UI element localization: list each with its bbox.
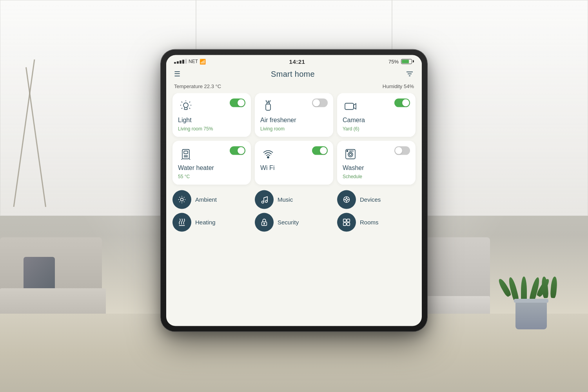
svg-point-22 <box>348 152 353 157</box>
toggle-thumb-camera <box>402 99 409 106</box>
plant <box>506 276 557 329</box>
air-freshener-icon <box>260 98 276 114</box>
device-sub-water-heater: 55 °C <box>178 173 245 179</box>
device-name-washer: Washer <box>343 164 410 171</box>
card-header-air-freshener <box>260 98 328 114</box>
action-ambient[interactable]: Ambient <box>172 190 251 209</box>
svg-marker-13 <box>354 103 356 109</box>
signal-dot-3 <box>180 61 181 64</box>
device-card-light[interactable]: Light Living room 75% <box>172 93 251 137</box>
signal-dot-5 <box>185 59 187 64</box>
wifi-status-icon: 📶 <box>200 58 206 64</box>
card-header-camera <box>343 98 410 114</box>
svg-point-24 <box>347 150 348 152</box>
device-name-water-heater: Water heater <box>178 164 245 171</box>
toggle-wifi[interactable] <box>312 146 328 155</box>
device-card-camera[interactable]: Camera Yard (6) <box>337 93 416 137</box>
action-rooms[interactable]: Rooms <box>337 213 416 231</box>
svg-point-36 <box>265 200 268 202</box>
signal-strength <box>174 59 187 64</box>
device-name-camera: Camera <box>343 116 410 123</box>
svg-rect-11 <box>266 104 270 110</box>
toggle-thumb-air-freshener <box>313 99 320 106</box>
device-card-air-freshener[interactable]: Air freshener Living room <box>255 93 333 137</box>
svg-point-46 <box>264 223 265 224</box>
plant-pot <box>515 302 547 329</box>
svg-point-23 <box>349 153 352 155</box>
music-label: Music <box>278 196 293 203</box>
battery-tip <box>413 60 414 63</box>
svg-line-7 <box>189 108 190 108</box>
svg-point-3 <box>183 103 188 107</box>
svg-line-37 <box>264 197 267 198</box>
device-name-wifi: Wi Fi <box>260 164 328 171</box>
cushion <box>24 257 55 292</box>
washer-icon <box>343 146 358 162</box>
svg-line-8 <box>181 101 182 102</box>
card-header-washer <box>343 146 410 162</box>
card-header-water-heater <box>178 146 245 162</box>
action-heating[interactable]: Heating <box>172 213 251 231</box>
svg-rect-12 <box>345 103 354 109</box>
sofa <box>0 237 110 316</box>
filter-icon[interactable] <box>405 70 414 78</box>
sofa-seat <box>0 288 106 316</box>
device-grid: Light Living room 75% <box>172 93 416 184</box>
battery-body <box>401 59 412 64</box>
action-music[interactable]: Music <box>255 190 333 209</box>
status-bar: NET 📶 14:21 75% <box>166 55 422 66</box>
svg-rect-48 <box>347 219 350 222</box>
light-icon <box>178 98 194 114</box>
carrier-name: NET <box>189 59 198 64</box>
menu-icon[interactable]: ☰ <box>174 70 180 78</box>
rooms-circle <box>337 213 356 231</box>
svg-line-33 <box>180 201 180 202</box>
chair <box>416 237 494 316</box>
stats-bar: Temperature 22.3 °C Humidity 54% <box>166 81 422 93</box>
ambient-label: Ambient <box>195 196 217 203</box>
water-heater-icon <box>178 146 194 162</box>
device-card-water-heater[interactable]: Water heater 55 °C <box>172 141 251 184</box>
toggle-light[interactable] <box>230 98 245 107</box>
signal-dot-4 <box>182 60 184 64</box>
svg-line-10 <box>181 108 182 108</box>
svg-point-39 <box>345 198 348 201</box>
card-header-light <box>178 98 245 114</box>
toggle-thumb-light <box>238 99 245 106</box>
device-sub-washer: Schedule <box>343 173 410 179</box>
svg-rect-50 <box>347 222 350 225</box>
action-security[interactable]: Security <box>255 213 333 231</box>
battery-percent: 75% <box>388 58 399 64</box>
toggle-washer[interactable] <box>394 146 410 155</box>
status-time: 14:21 <box>289 58 305 65</box>
toggle-thumb-wifi <box>320 147 327 154</box>
humidity-stat: Humidity 54% <box>383 83 414 89</box>
toggle-camera[interactable] <box>394 98 410 107</box>
heating-label: Heating <box>195 219 216 226</box>
app-header: ☰ Smart home <box>166 66 422 81</box>
ambient-circle <box>172 190 191 209</box>
svg-line-34 <box>184 197 184 197</box>
battery-fill <box>402 60 409 63</box>
main-content: Light Living room 75% <box>166 93 422 326</box>
tablet-device: NET 📶 14:21 75% ☰ Smart home <box>161 49 427 331</box>
svg-point-26 <box>180 198 183 201</box>
svg-rect-49 <box>343 222 346 225</box>
svg-rect-45 <box>262 222 267 225</box>
action-devices[interactable]: Devices <box>337 190 416 209</box>
quick-actions: Ambient Music <box>172 188 416 233</box>
toggle-water-heater[interactable] <box>230 146 245 155</box>
device-card-wifi[interactable]: Wi Fi <box>255 141 333 184</box>
device-card-washer[interactable]: Washer Schedule <box>337 141 416 184</box>
battery-icon <box>401 59 414 64</box>
leaf-7 <box>550 276 557 298</box>
toggle-air-freshener[interactable] <box>312 98 328 107</box>
signal-dot-1 <box>174 62 176 64</box>
tablet-frame: NET 📶 14:21 75% ☰ Smart home <box>161 49 427 331</box>
chair-back <box>419 237 490 300</box>
toggle-thumb-water-heater <box>238 147 245 154</box>
music-circle <box>255 190 274 209</box>
rooms-label: Rooms <box>360 219 379 226</box>
temperature-stat: Temperature 22.3 °C <box>174 83 221 89</box>
devices-circle <box>337 190 356 209</box>
